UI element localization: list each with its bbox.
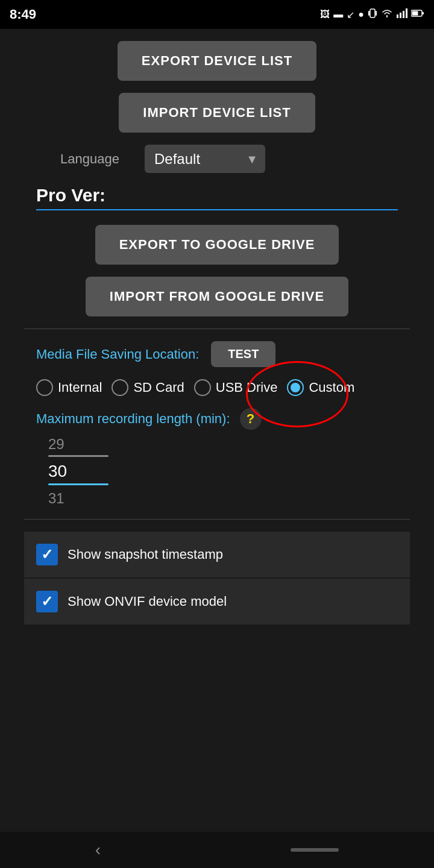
- language-select-wrapper[interactable]: Default English Chinese ▼: [145, 145, 265, 173]
- svg-rect-6: [406, 8, 407, 18]
- checkbox-onvif-row[interactable]: ✓ Show ONVIF device model: [24, 579, 410, 624]
- radio-circle-internal: [36, 379, 53, 396]
- svg-rect-9: [412, 11, 418, 16]
- slider-prev-value: 29: [48, 436, 386, 453]
- svg-rect-8: [422, 12, 424, 14]
- import-google-drive-button[interactable]: IMPORT FROM GOOGLE DRIVE: [86, 277, 348, 316]
- dot-icon: ●: [358, 9, 364, 20]
- missed-call-icon: ↙: [347, 9, 354, 20]
- checkmark-snapshot: ✓: [41, 546, 53, 563]
- radio-circle-sdcard: [112, 379, 128, 396]
- checkbox-snapshot-row[interactable]: ✓ Show snapshot timestamp: [24, 532, 410, 577]
- radio-usbdrive[interactable]: USB Drive: [194, 379, 278, 396]
- svg-rect-4: [400, 13, 401, 18]
- media-header: Media File Saving Location: TEST: [36, 341, 398, 367]
- checkbox-onvif-label: Show ONVIF device model: [68, 594, 227, 609]
- media-section: Media File Saving Location: TEST Interna…: [36, 341, 398, 396]
- checkbox-snapshot-box: ✓: [36, 544, 58, 565]
- slider-next-value: 31: [48, 490, 386, 507]
- help-icon[interactable]: ?: [240, 408, 262, 430]
- bottom-nav: ‹: [0, 832, 434, 868]
- pro-ver-label: Pro Ver:: [36, 185, 105, 205]
- wifi-icon: [381, 8, 393, 20]
- svg-rect-3: [397, 14, 398, 18]
- checkmark-onvif: ✓: [41, 593, 53, 610]
- slider-current-line[interactable]: [48, 483, 108, 485]
- test-button[interactable]: TEST: [211, 341, 275, 367]
- divider-1: [24, 329, 410, 329]
- home-pill[interactable]: [291, 848, 339, 852]
- radio-label-internal: Internal: [58, 380, 102, 395]
- language-select[interactable]: Default English Chinese: [145, 145, 265, 173]
- language-label: Language: [60, 151, 133, 167]
- slider-prev-line[interactable]: [48, 455, 108, 457]
- message-icon: ▬: [333, 9, 343, 20]
- image-icon: 🖼: [320, 9, 330, 20]
- status-bar: 8:49 🖼 ▬ ↙ ●: [0, 0, 434, 29]
- radio-group: Internal SD Card USB Drive Custom: [36, 379, 398, 396]
- battery-icon: [411, 9, 424, 20]
- svg-rect-1: [368, 11, 370, 16]
- svg-rect-5: [403, 11, 404, 18]
- checkbox-snapshot-label: Show snapshot timestamp: [68, 547, 223, 562]
- radio-circle-usbdrive: [194, 379, 211, 396]
- slider-section: 29 30 31: [48, 436, 386, 507]
- export-google-drive-button[interactable]: EXPORT TO GOOGLE DRIVE: [95, 225, 339, 265]
- radio-sdcard[interactable]: SD Card: [112, 379, 184, 396]
- radio-inner-custom: [291, 383, 300, 392]
- checkbox-onvif-box: ✓: [36, 591, 58, 612]
- divider-2: [24, 519, 410, 520]
- radio-label-usbdrive: USB Drive: [216, 380, 278, 395]
- max-recording-row: Maximum recording length (min): ?: [36, 408, 398, 430]
- svg-rect-2: [376, 11, 377, 16]
- max-recording-label: Maximum recording length (min):: [36, 411, 230, 427]
- svg-rect-0: [370, 9, 375, 17]
- back-button[interactable]: ‹: [95, 840, 101, 860]
- radio-custom[interactable]: Custom: [287, 379, 354, 396]
- status-time: 8:49: [10, 7, 36, 22]
- status-icons: 🖼 ▬ ↙ ●: [320, 8, 424, 21]
- import-device-list-button[interactable]: IMPORT DEVICE LIST: [119, 93, 315, 133]
- slider-current-value: 30: [48, 462, 386, 481]
- radio-label-sdcard: SD Card: [133, 380, 184, 395]
- radio-label-custom: Custom: [309, 380, 354, 395]
- pro-ver-underline: [36, 209, 398, 210]
- radio-internal[interactable]: Internal: [36, 379, 102, 396]
- language-row: Language Default English Chinese ▼: [60, 145, 374, 173]
- vibrate-icon: [368, 8, 377, 21]
- radio-circle-custom: [287, 379, 304, 396]
- pro-ver-row: Pro Ver:: [36, 185, 398, 210]
- export-device-list-button[interactable]: EXPORT DEVICE LIST: [118, 41, 316, 81]
- signal-icon: [397, 8, 407, 20]
- main-content: EXPORT DEVICE LIST IMPORT DEVICE LIST La…: [0, 29, 434, 638]
- media-section-title: Media File Saving Location:: [36, 347, 199, 362]
